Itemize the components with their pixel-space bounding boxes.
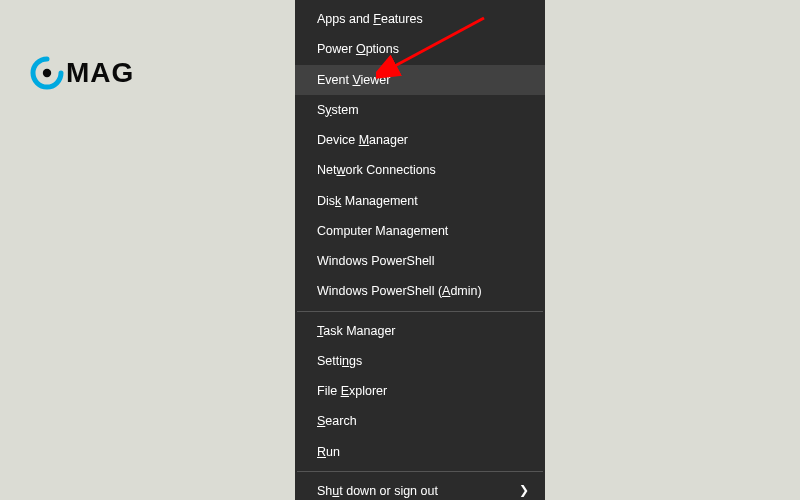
menu-item[interactable]: Disk Management [295,186,545,216]
menu-item[interactable]: Event Viewer [295,65,545,95]
menu-item-label: Search [317,413,357,429]
chevron-right-icon: ❯ [519,483,529,499]
menu-item-label: System [317,102,359,118]
menu-item[interactable]: Windows PowerShell [295,246,545,276]
menu-item-label: Run [317,444,340,460]
menu-item-label: Network Connections [317,162,436,178]
menu-item-label: Event Viewer [317,72,390,88]
brand-logo: MAG [30,56,134,90]
menu-item[interactable]: Device Manager [295,125,545,155]
menu-item-label: Device Manager [317,132,408,148]
menu-item[interactable]: Computer Management [295,216,545,246]
menu-item-label: Settings [317,353,362,369]
menu-item-label: Power Options [317,41,399,57]
winx-context-menu[interactable]: Apps and FeaturesPower OptionsEvent View… [295,0,545,500]
menu-item[interactable]: Task Manager [295,316,545,346]
menu-item[interactable]: Search [295,406,545,436]
menu-separator [297,471,543,472]
menu-item-label: Windows PowerShell [317,253,434,269]
menu-item[interactable]: Power Options [295,34,545,64]
menu-item[interactable]: Apps and Features [295,4,545,34]
menu-item[interactable]: Shut down or sign out❯ [295,476,545,500]
menu-item[interactable]: Run [295,437,545,467]
menu-item-label: Disk Management [317,193,418,209]
menu-item-label: File Explorer [317,383,387,399]
svg-point-0 [43,69,51,77]
menu-item-label: Windows PowerShell (Admin) [317,283,482,299]
menu-item[interactable]: Settings [295,346,545,376]
menu-item-label: Computer Management [317,223,448,239]
menu-item[interactable]: System [295,95,545,125]
menu-item[interactable]: File Explorer [295,376,545,406]
menu-item-label: Shut down or sign out [317,483,438,499]
menu-item[interactable]: Network Connections [295,155,545,185]
logo-icon [30,56,64,90]
menu-separator [297,311,543,312]
menu-item-label: Apps and Features [317,11,423,27]
logo-text: MAG [66,57,134,89]
menu-item[interactable]: Windows PowerShell (Admin) [295,276,545,306]
menu-item-label: Task Manager [317,323,396,339]
